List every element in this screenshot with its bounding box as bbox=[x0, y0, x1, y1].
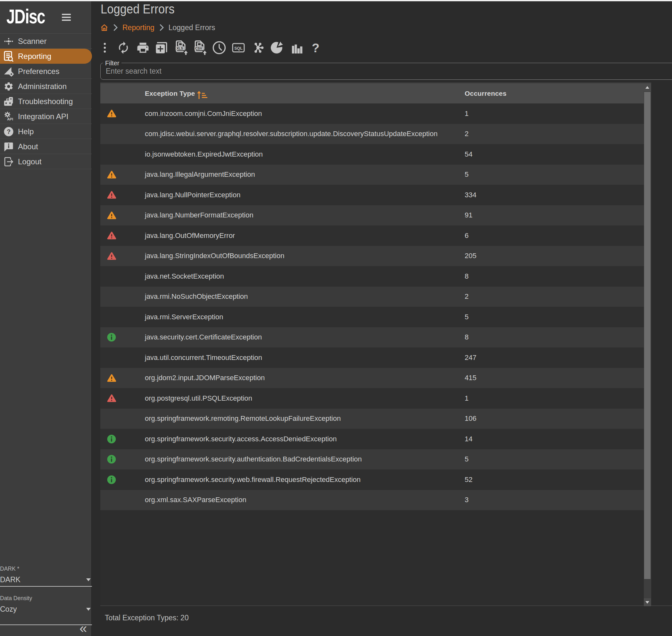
svg-text:SQL: SQL bbox=[234, 46, 243, 51]
svg-text:API: API bbox=[7, 117, 13, 121]
svg-text:?: ? bbox=[7, 128, 11, 135]
svg-text:CSV: CSV bbox=[195, 46, 202, 50]
svg-text:?: ? bbox=[312, 41, 320, 55]
svg-text:XLS: XLS bbox=[177, 46, 183, 50]
